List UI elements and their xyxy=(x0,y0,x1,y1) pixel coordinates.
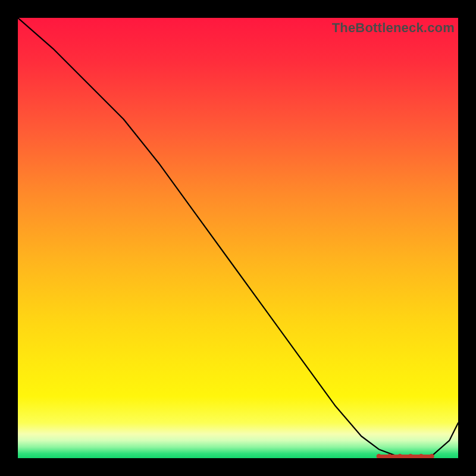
marker-dot xyxy=(408,454,413,458)
marker-dot xyxy=(419,454,424,458)
bottleneck-curve xyxy=(18,18,458,458)
marker-dot xyxy=(397,454,402,458)
curve-svg xyxy=(18,18,458,458)
chart-stage: TheBottleneck.com xyxy=(0,0,476,476)
plot-area: TheBottleneck.com xyxy=(18,18,458,458)
marker-dot xyxy=(377,454,381,458)
